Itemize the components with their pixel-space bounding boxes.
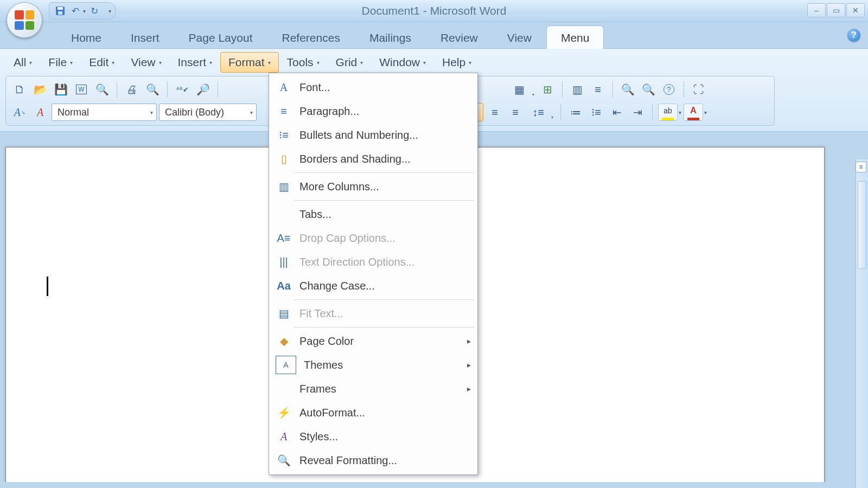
menu-edit[interactable]: Edit▾ <box>81 52 123 73</box>
fullscreen-icon[interactable]: ⛶ <box>690 80 708 99</box>
format-styles[interactable]: A Styles... <box>270 425 476 448</box>
chevron-down-icon[interactable]: ▾ <box>679 110 681 115</box>
menu-file[interactable]: File▾ <box>40 52 81 73</box>
doc-map-icon[interactable]: 🔍 <box>618 80 637 99</box>
word-doc-icon[interactable]: W <box>72 80 91 99</box>
excel-icon[interactable]: ⊞ <box>538 80 557 99</box>
submenu-arrow-icon: ▸ <box>467 337 471 345</box>
format-borders[interactable]: ▯ Borders and Shading... <box>270 147 476 171</box>
fit-text-icon: ▤ <box>276 305 292 322</box>
minimize-button[interactable]: – <box>807 3 826 17</box>
menu-insert[interactable]: Insert▾ <box>170 52 221 73</box>
zoom-icon[interactable]: 🔍 <box>639 80 658 99</box>
doc-name: Document1 <box>362 4 420 17</box>
format-themes[interactable]: A Themes ▸ <box>270 353 476 377</box>
ruler-toggle-icon[interactable]: ≡ <box>856 162 866 172</box>
chevron-down-icon: ▾ <box>150 110 153 115</box>
table-icon[interactable]: ▦▾ <box>508 80 536 99</box>
menu-window[interactable]: Window▾ <box>371 52 434 73</box>
format-paragraph[interactable]: ≡ Paragraph... <box>270 99 476 123</box>
reveal-formatting-icon: 🔍 <box>276 452 292 468</box>
maximize-button[interactable]: ▭ <box>827 3 845 17</box>
open-icon[interactable]: 📂 <box>31 80 49 99</box>
align-center-icon[interactable]: ≡ <box>486 103 504 121</box>
format-columns[interactable]: ▥ More Columns... <box>270 175 476 198</box>
tab-view[interactable]: View <box>493 25 546 49</box>
format-text-direction: ||| Text Direction Options... <box>270 250 476 274</box>
qat-customize-icon[interactable]: ▾ <box>108 8 111 14</box>
font-combo[interactable]: Calibri (Body) ▾ <box>159 104 257 121</box>
submenu-arrow-icon: ▸ <box>467 384 471 393</box>
change-case-icon: Aa <box>276 278 292 294</box>
tab-mailings[interactable]: Mailings <box>355 25 426 49</box>
paragraph-icon: ≡ <box>276 103 292 119</box>
menu-format[interactable]: Format▾ <box>220 52 279 73</box>
research-icon[interactable]: 🔎 <box>194 80 212 99</box>
classic-menu-bar: All▾ File▾ Edit▾ View▾ Insert▾ Format▾ T… <box>5 52 863 73</box>
indent-decrease-icon[interactable]: ⇤ <box>608 103 626 121</box>
bullets-icon[interactable]: ⁝≡ <box>587 103 605 121</box>
tab-references[interactable]: References <box>267 25 355 49</box>
spellcheck-icon[interactable]: ᴬᴮ✔ <box>173 80 192 99</box>
close-button[interactable]: ✕ <box>846 3 865 17</box>
tab-insert[interactable]: Insert <box>116 25 174 49</box>
new-doc-icon[interactable]: 🗋 <box>10 80 29 99</box>
svg-rect-2 <box>58 11 62 15</box>
menu-tools[interactable]: Tools▾ <box>279 52 328 73</box>
tab-page-layout[interactable]: Page Layout <box>174 25 267 49</box>
page-color-icon: ◆ <box>276 333 292 349</box>
clear-format-icon[interactable]: A <box>31 103 49 121</box>
text-direction-icon: ||| <box>276 254 292 270</box>
format-reveal[interactable]: 🔍 Reveal Formatting... <box>270 448 476 472</box>
themes-icon: A <box>276 356 296 374</box>
print-preview-icon[interactable]: 🔍 <box>143 80 162 99</box>
ribbon-tabs: Home Insert Page Layout References Maili… <box>0 22 868 49</box>
drawing-icon[interactable]: ≡ <box>589 80 607 99</box>
menu-help[interactable]: Help▾ <box>434 52 480 73</box>
format-change-case[interactable]: Aa Change Case... <box>270 274 476 298</box>
help-toolbar-icon[interactable]: ? <box>660 80 678 99</box>
print-icon[interactable]: 🖨 <box>123 80 141 99</box>
tab-menu[interactable]: Menu <box>546 25 604 49</box>
scrollbar-thumb[interactable] <box>858 181 866 269</box>
chevron-down-icon[interactable]: ▾ <box>83 8 86 14</box>
highlight-color-button[interactable]: ab <box>658 104 678 121</box>
format-bullets[interactable]: ⁝≡ Bullets and Numbering... <box>270 123 476 147</box>
help-icon[interactable]: ? <box>847 29 860 42</box>
menu-view[interactable]: View▾ <box>123 52 169 73</box>
menu-all[interactable]: All▾ <box>5 52 40 73</box>
menu-grid[interactable]: Grid▾ <box>328 52 372 73</box>
font-color-button[interactable]: A <box>684 104 703 121</box>
columns-icon: ▥ <box>276 178 292 195</box>
font-icon: A <box>276 79 292 95</box>
line-spacing-icon[interactable]: ↕≡▾ <box>527 103 555 121</box>
format-tabs[interactable]: Tabs... <box>270 202 476 226</box>
format-autoformat[interactable]: ⚡ AutoFormat... <box>270 401 476 425</box>
tab-home[interactable]: Home <box>56 25 116 49</box>
text-cursor <box>47 277 48 296</box>
numbering-icon[interactable]: ≔ <box>566 103 585 121</box>
permission-icon[interactable]: 🔍 <box>93 80 111 99</box>
svg-rect-1 <box>58 7 63 10</box>
chevron-down-icon[interactable]: ▾ <box>704 110 707 115</box>
format-dropdown: A Font... ≡ Paragraph... ⁝≡ Bullets and … <box>269 73 478 475</box>
format-drop-cap: A≡ Drop Cap Options... <box>270 226 476 250</box>
office-button[interactable] <box>7 2 42 38</box>
format-frames[interactable]: Frames ▸ <box>270 377 476 401</box>
align-right-icon[interactable]: ≡ <box>506 103 525 121</box>
save-icon[interactable]: 💾 <box>52 80 70 99</box>
vertical-scrollbar[interactable] <box>856 159 868 488</box>
style-combo[interactable]: Normal ▾ <box>52 104 157 121</box>
submenu-arrow-icon: ▸ <box>467 361 471 369</box>
save-icon[interactable] <box>54 4 67 17</box>
font-combo-value: Calibri (Body) <box>165 107 224 118</box>
indent-increase-icon[interactable]: ⇥ <box>628 103 647 121</box>
redo-icon[interactable]: ↻ <box>88 4 101 17</box>
tab-review[interactable]: Review <box>426 25 493 49</box>
quick-access-toolbar: ↶ ▾ ↻ ▾ <box>49 2 116 20</box>
format-page-color[interactable]: ◆ Page Color ▸ <box>270 329 476 353</box>
format-font[interactable]: A Font... <box>270 75 476 99</box>
undo-icon[interactable]: ↶ <box>69 4 82 17</box>
columns-icon[interactable]: ▥ <box>568 80 586 99</box>
styles-pane-icon[interactable]: A↘ <box>10 103 29 121</box>
